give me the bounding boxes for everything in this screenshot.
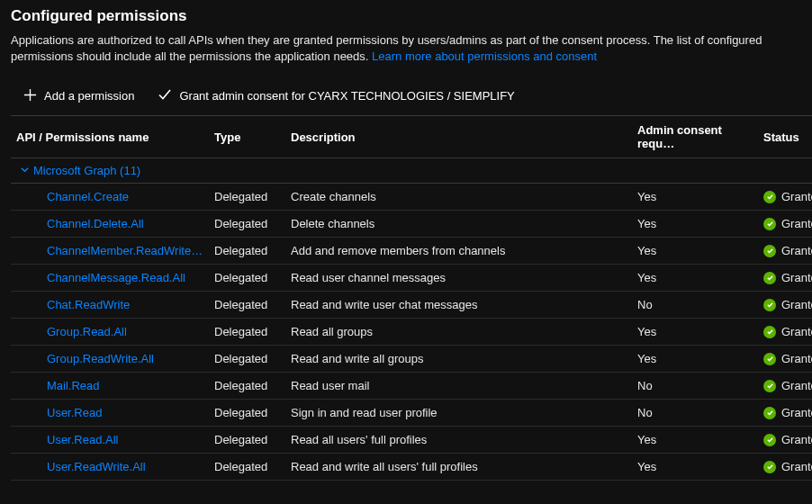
table-row: Chat.ReadWriteDelegatedRead and write us…: [11, 292, 812, 319]
admin-consent-required: Yes: [632, 238, 758, 265]
permission-description: Read all users' full profiles: [285, 427, 632, 454]
admin-consent-required: No: [632, 400, 758, 427]
table-header-row: API / Permissions name Type Description …: [11, 116, 812, 158]
col-header-name[interactable]: API / Permissions name: [11, 116, 209, 158]
status-text: Granted for: [781, 244, 812, 257]
col-header-status[interactable]: Status: [758, 116, 812, 158]
table-row: Group.Read.AllDelegatedRead all groupsYe…: [11, 319, 812, 346]
learn-more-link[interactable]: Learn more about permissions and consent: [372, 50, 597, 63]
permissions-table: API / Permissions name Type Description …: [11, 115, 812, 481]
permission-type: Delegated: [209, 292, 285, 319]
status-cell: Granted for: [758, 373, 812, 400]
status-text: Granted for: [781, 406, 812, 419]
status-text: Granted for: [781, 379, 812, 392]
admin-consent-required: Yes: [632, 184, 758, 211]
permission-name-link[interactable]: User.ReadWrite.All: [47, 460, 146, 473]
admin-consent-required: No: [632, 292, 758, 319]
admin-consent-required: Yes: [632, 211, 758, 238]
admin-consent-required: Yes: [632, 427, 758, 454]
success-circle-icon: [763, 299, 776, 311]
table-row: User.Read.AllDelegatedRead all users' fu…: [11, 427, 812, 454]
permission-name-link[interactable]: ChannelMessage.Read.All: [47, 271, 185, 284]
add-permission-label: Add a permission: [44, 89, 134, 103]
chevron-down-icon: [20, 164, 30, 177]
success-circle-icon: [763, 434, 776, 446]
intro-text: Applications are authorized to call APIs…: [11, 32, 812, 64]
permission-description: Read and write all groups: [285, 346, 632, 373]
permission-name-link[interactable]: Channel.Create: [47, 190, 129, 203]
col-header-description[interactable]: Description: [285, 116, 632, 158]
permission-name-link[interactable]: Group.Read.All: [47, 325, 127, 338]
permission-type: Delegated: [209, 211, 285, 238]
status-cell: Granted for: [758, 319, 812, 346]
status-text: Granted for: [781, 271, 812, 284]
col-header-admin-consent[interactable]: Admin consent requ…: [632, 116, 758, 158]
permission-type: Delegated: [209, 373, 285, 400]
permission-description: Delete channels: [285, 211, 632, 238]
permission-description: Add and remove members from channels: [285, 238, 632, 265]
success-circle-icon: [763, 218, 776, 230]
table-row: Channel.CreateDelegatedCreate channelsYe…: [11, 184, 812, 211]
col-header-type[interactable]: Type: [209, 116, 285, 158]
table-row: Mail.ReadDelegatedRead user mailNoGrante…: [11, 373, 812, 400]
status-text: Granted for: [781, 190, 812, 203]
permission-type: Delegated: [209, 238, 285, 265]
status-text: Granted for: [781, 298, 812, 311]
toolbar: Add a permission Grant admin consent for…: [11, 82, 812, 115]
permission-type: Delegated: [209, 319, 285, 346]
status-cell: Granted for: [758, 238, 812, 265]
status-text: Granted for: [781, 352, 812, 365]
status-text: Granted for: [781, 433, 812, 446]
check-icon: [158, 87, 172, 104]
permission-description: Read user mail: [285, 373, 632, 400]
permission-name-link[interactable]: User.Read: [47, 406, 102, 419]
success-circle-icon: [763, 326, 776, 338]
admin-consent-required: Yes: [632, 319, 758, 346]
permission-type: Delegated: [209, 454, 285, 481]
permission-description: Sign in and read user profile: [285, 400, 632, 427]
table-row: Channel.Delete.AllDelegatedDelete channe…: [11, 211, 812, 238]
admin-consent-required: Yes: [632, 265, 758, 292]
status-cell: Granted for: [758, 211, 812, 238]
plus-icon: [23, 88, 37, 104]
table-row: ChannelMessage.Read.AllDelegatedRead use…: [11, 265, 812, 292]
permission-name-link[interactable]: ChannelMember.ReadWrite.All: [47, 244, 207, 257]
admin-consent-required: Yes: [632, 346, 758, 373]
table-row: User.ReadDelegatedSign in and read user …: [11, 400, 812, 427]
status-text: Granted for: [781, 460, 812, 473]
status-cell: Granted for: [758, 184, 812, 211]
table-row: Group.ReadWrite.AllDelegatedRead and wri…: [11, 346, 812, 373]
success-circle-icon: [763, 191, 776, 203]
status-cell: Granted for: [758, 292, 812, 319]
permission-description: Read and write user chat messages: [285, 292, 632, 319]
status-text: Granted for: [781, 325, 812, 338]
permission-name-link[interactable]: Chat.ReadWrite: [47, 298, 130, 311]
success-circle-icon: [763, 461, 776, 473]
status-cell: Granted for: [758, 346, 812, 373]
success-circle-icon: [763, 407, 776, 419]
permission-name-link[interactable]: Mail.Read: [47, 379, 100, 392]
permission-description: Read all groups: [285, 319, 632, 346]
success-circle-icon: [763, 380, 776, 392]
group-row-microsoft-graph[interactable]: Microsoft Graph (11): [11, 158, 812, 184]
table-row: User.ReadWrite.AllDelegatedRead and writ…: [11, 454, 812, 481]
success-circle-icon: [763, 245, 776, 257]
add-permission-button[interactable]: Add a permission: [20, 86, 138, 106]
permission-description: Create channels: [285, 184, 632, 211]
success-circle-icon: [763, 353, 776, 365]
status-cell: Granted for: [758, 400, 812, 427]
permission-name-link[interactable]: Group.ReadWrite.All: [47, 352, 154, 365]
admin-consent-required: Yes: [632, 454, 758, 481]
group-label: Microsoft Graph (11): [33, 164, 140, 177]
status-cell: Granted for: [758, 265, 812, 292]
table-row: ChannelMember.ReadWrite.AllDelegatedAdd …: [11, 238, 812, 265]
permission-name-link[interactable]: User.Read.All: [47, 433, 118, 446]
admin-consent-required: No: [632, 373, 758, 400]
page-title: Configured permissions: [11, 7, 812, 25]
permission-type: Delegated: [209, 346, 285, 373]
permission-description: Read and write all users' full profiles: [285, 454, 632, 481]
status-cell: Granted for: [758, 454, 812, 481]
grant-consent-label: Grant admin consent for CYARX TECHNOLOGI…: [179, 89, 514, 103]
grant-consent-button[interactable]: Grant admin consent for CYARX TECHNOLOGI…: [154, 86, 518, 106]
permission-name-link[interactable]: Channel.Delete.All: [47, 217, 144, 230]
